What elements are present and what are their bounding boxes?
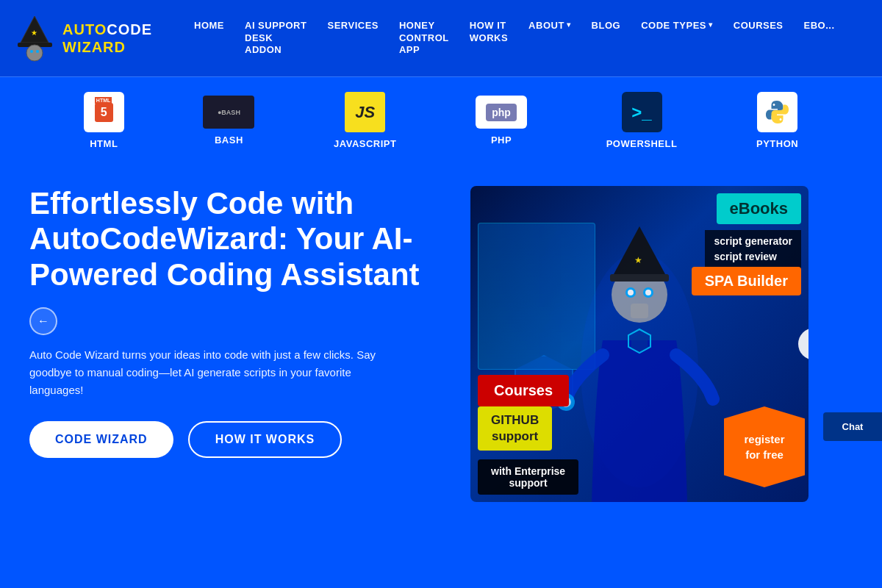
overlay-github[interactable]: GITHUB support [478, 406, 552, 451]
php-icon: php [476, 96, 527, 129]
hero-title: Effortlessly Code with AutoCodeWizard: Y… [29, 186, 441, 293]
python-icon [757, 92, 797, 132]
overlay-script: script generator script review [705, 230, 801, 268]
tech-js[interactable]: JS JAVASCRIPT [334, 92, 396, 149]
nav-about[interactable]: ABOUT [518, 12, 581, 40]
how-it-works-button[interactable]: HOW IT WORKS [188, 421, 343, 458]
powershell-label: POWERSHELL [606, 138, 678, 149]
hero-image: ★ eBooks script generator script review … [470, 186, 808, 502]
svg-point-12 [628, 290, 634, 295]
logo-text: AUTOCODEWIZARD [62, 21, 152, 56]
powershell-icon: >_ [622, 92, 662, 132]
overlay-enterprise: with Enterprise support [478, 459, 578, 495]
tech-bash[interactable]: ●BASH BASH [203, 96, 254, 146]
hero-buttons: CODE WIZARD HOW IT WORKS [29, 421, 441, 458]
js-label: JAVASCRIPT [334, 138, 396, 149]
nav-services[interactable]: SERVICES [317, 12, 389, 40]
logo[interactable]: ★ AUTOCODEWIZARD [15, 15, 162, 62]
navbar: ★ AUTOCODEWIZARD HOME AI SUPPORT DESK AD… [0, 0, 882, 76]
svg-rect-15 [610, 274, 669, 282]
overlay-ebooks[interactable]: eBooks [717, 193, 801, 224]
overlay-spa[interactable]: SPA Builder [692, 267, 801, 295]
bash-icon: ●BASH [203, 96, 254, 129]
nav-honey-control[interactable]: HONEY CONTROL APP [389, 12, 459, 65]
hero-image-bg: ★ eBooks script generator script review … [470, 186, 808, 502]
svg-point-2 [26, 45, 43, 61]
nav-how-it-works[interactable]: HOW IT WORKS [459, 12, 518, 52]
nav-ai-support[interactable]: AI SUPPORT DESK ADDON [234, 12, 317, 65]
svg-text:★: ★ [634, 255, 642, 265]
svg-point-14 [645, 290, 651, 295]
tech-row: HTML 5 HTML ●BASH BASH JS JAVASCRIPT php… [0, 76, 882, 164]
hero-section: Effortlessly Code with AutoCodeWizard: Y… [0, 164, 882, 517]
nav-courses[interactable]: COURSES [723, 12, 794, 40]
nav-home[interactable]: HOME [184, 12, 234, 40]
nav-items: HOME AI SUPPORT DESK ADDON SERVICES HONE… [184, 12, 867, 65]
hero-description: Auto Code Wizard turns your ideas into c… [29, 346, 382, 399]
tech-php[interactable]: php PHP [476, 96, 527, 146]
chat-button[interactable]: Chat [823, 412, 882, 441]
hero-nav-arrows: ← [29, 307, 441, 335]
bash-label: BASH [215, 135, 243, 146]
js-icon: JS [345, 92, 385, 132]
code-wizard-button[interactable]: CODE WIZARD [29, 421, 173, 458]
nav-code-types[interactable]: CODE TYPES [631, 12, 723, 40]
hero-left: Effortlessly Code with AutoCodeWizard: Y… [29, 186, 441, 458]
html-icon: HTML 5 [84, 92, 124, 132]
python-label: PYTHON [756, 138, 798, 149]
logo-icon: ★ [15, 15, 55, 62]
prev-slide-button[interactable]: ← [29, 307, 57, 335]
html-label: HTML [90, 138, 118, 149]
svg-text:★: ★ [31, 29, 37, 37]
tech-python[interactable]: PYTHON [756, 92, 798, 149]
overlay-courses[interactable]: Courses [478, 375, 569, 406]
nav-blog[interactable]: BLOG [581, 12, 631, 40]
tech-powershell[interactable]: >_ POWERSHELL [606, 92, 678, 149]
nav-ebooks[interactable]: EBO... [794, 12, 845, 40]
php-label: PHP [491, 135, 512, 146]
svg-point-3 [30, 50, 33, 53]
svg-point-4 [36, 50, 39, 53]
overlay-register[interactable]: register for free [724, 406, 805, 487]
tech-html[interactable]: HTML 5 HTML [84, 92, 124, 149]
